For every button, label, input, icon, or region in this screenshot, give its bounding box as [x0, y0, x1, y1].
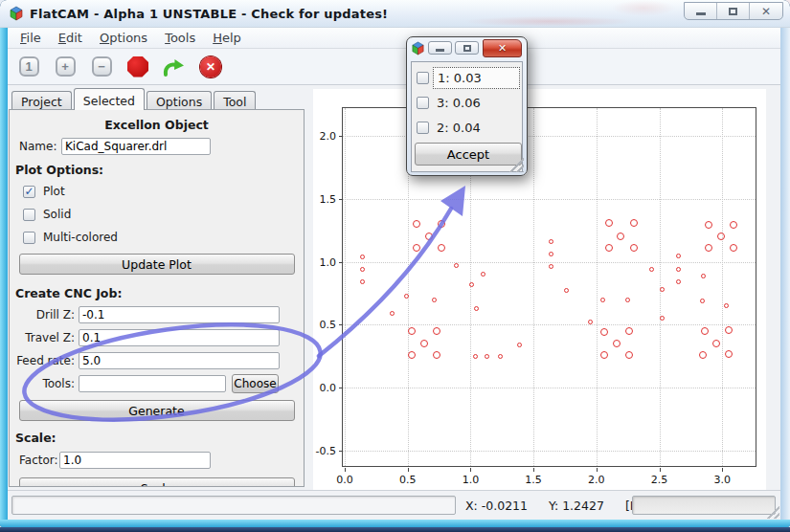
drill-hole-marker [390, 311, 395, 316]
dialog-body: 1: 0.033: 0.062: 0.04 Accept [411, 61, 523, 172]
tab-project[interactable]: Project [11, 91, 72, 110]
drill-hole-marker [413, 220, 420, 228]
flatcam-icon [9, 6, 24, 21]
checkbox-solid[interactable] [23, 209, 35, 221]
name-input[interactable] [61, 138, 211, 155]
update-plot-button[interactable]: Update Plot [19, 254, 295, 275]
drill-hole-marker [432, 298, 437, 302]
menu-tools[interactable]: Tools [156, 29, 204, 47]
drill-hole-marker [481, 272, 485, 277]
drill-hole-marker [413, 244, 420, 252]
selected-object-panel: Excellon Object Name: Plot Options: ✓Plo… [9, 109, 305, 487]
factor-label: Factor: [19, 454, 59, 467]
drill-hole-marker [474, 306, 479, 311]
x-tick-label: 2.0 [588, 474, 605, 486]
scale-button[interactable]: Scale [19, 477, 295, 487]
drill-hole-marker [701, 274, 706, 278]
checkbox-multi-colored[interactable] [23, 232, 35, 244]
tab-options[interactable]: Options [147, 91, 212, 110]
drill-hole-marker [433, 327, 440, 335]
checkbox-label: Solid [43, 208, 71, 221]
menu-file[interactable]: File [11, 29, 50, 47]
tools-label: Tools: [10, 377, 75, 390]
tool-label[interactable]: 2: 0.04 [433, 118, 520, 138]
dialog-minimize-button[interactable] [428, 41, 452, 55]
feed-rate-input[interactable] [79, 352, 280, 369]
drill-hole-marker [404, 294, 409, 299]
tool-label[interactable]: 3: 0.06 [433, 93, 520, 113]
gridline-h [343, 324, 756, 325]
plot-canvas[interactable]: 0.00.51.01.52.02.53.0-0.50.00.51.01.52.0 [313, 89, 766, 490]
minimize-icon [436, 49, 444, 52]
travel-z-input[interactable] [79, 329, 280, 346]
y-tick-label: 0.5 [320, 319, 337, 331]
clear-button[interactable]: ✕ [197, 54, 224, 80]
drill-hole-marker [549, 252, 553, 256]
menu-help[interactable]: Help [204, 29, 250, 47]
minimize-button[interactable] [685, 3, 717, 19]
tab-selected[interactable]: Selected [74, 88, 145, 110]
y-tick [339, 324, 343, 325]
drill-hole-marker [360, 267, 365, 272]
checkbox-label: Plot [43, 185, 65, 198]
drill-hole-marker [700, 299, 705, 303]
drill-hole-marker [730, 244, 737, 252]
drill-hole-marker [630, 219, 638, 227]
close-button[interactable]: ✕ [750, 3, 782, 19]
y-tick-label: 1.0 [320, 255, 337, 268]
drill-hole-marker [625, 351, 633, 359]
tool-checkbox[interactable] [417, 72, 429, 84]
zoom-out-button[interactable]: − [88, 54, 115, 80]
gridline-v [533, 108, 534, 466]
drill-hole-marker [473, 354, 478, 359]
tool-checkbox[interactable] [417, 122, 429, 134]
generate-button[interactable]: Generate [19, 400, 295, 421]
tool-label[interactable]: 1: 0.03 [433, 67, 520, 89]
option-row: Multi-colored [23, 229, 304, 246]
zoom-in-icon: + [56, 56, 76, 77]
feed-rate-row: Feed rate: [10, 352, 304, 369]
tab-tool[interactable]: Tool [214, 91, 256, 110]
coord-x: X: -0.0211 [465, 499, 528, 513]
y-tick [339, 262, 343, 263]
dialog-title-bar[interactable]: ✕ [407, 37, 527, 58]
gridline-v [722, 108, 723, 466]
drill-hole-marker [408, 351, 416, 359]
choose-button[interactable]: Choose [232, 374, 279, 393]
zoom-fit-button[interactable]: 1 [15, 54, 42, 80]
stop-button[interactable] [124, 54, 151, 80]
zoom-in-button[interactable]: + [52, 54, 79, 80]
gridline-h [343, 262, 756, 263]
checkbox-plot[interactable]: ✓ [23, 186, 35, 198]
drill-hole-marker [724, 303, 729, 308]
y-tick [339, 199, 343, 200]
drill-hole-marker [605, 219, 613, 227]
dialog-maximize-button[interactable] [455, 41, 479, 55]
gridline-v [345, 108, 346, 466]
gridline-v [597, 108, 598, 466]
maximize-button[interactable] [717, 3, 750, 19]
cnc-heading: Create CNC Job: [15, 286, 304, 300]
y-tick-label: 2.0 [320, 130, 337, 143]
title-bar[interactable]: FlatCAM - Alpha 1 UNSTABLE - Check for u… [0, 0, 790, 28]
tool-checkbox[interactable] [417, 97, 429, 109]
accept-button[interactable]: Accept [415, 143, 522, 166]
factor-input[interactable] [59, 452, 211, 469]
y-tick [339, 136, 343, 137]
drill-hole-marker [600, 328, 608, 336]
dialog-close-button[interactable]: ✕ [483, 39, 522, 57]
tools-input[interactable] [79, 375, 226, 392]
menu-options[interactable]: Options [91, 29, 156, 47]
replot-button[interactable] [161, 54, 188, 80]
tools-row: Tools: Choose [10, 375, 304, 392]
drill-z-input[interactable] [79, 306, 280, 323]
zoom-out-icon: − [92, 56, 112, 77]
drill-hole-marker [660, 287, 665, 292]
factor-row: Factor: [19, 451, 304, 470]
drill-hole-marker [438, 220, 445, 228]
x-tick-label: 1.5 [525, 474, 542, 486]
drill-hole-marker [730, 221, 737, 229]
menu-edit[interactable]: Edit [50, 29, 91, 47]
travel-z-label: Travel Z: [10, 331, 75, 344]
gridline-h [343, 388, 756, 388]
